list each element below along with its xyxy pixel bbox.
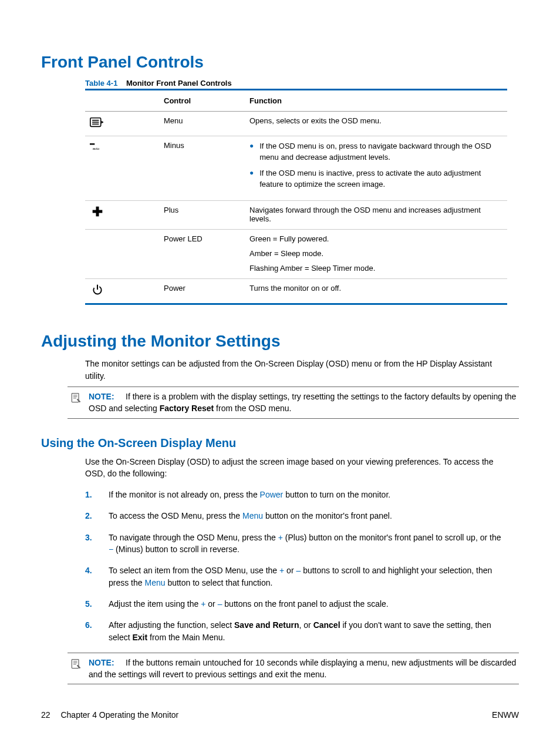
svg-rect-11 (72, 393, 79, 402)
table-row: Power LED Green = Fully powered. Amber =… (85, 230, 507, 279)
svg-rect-5 (90, 143, 95, 145)
note-text: from the OSD menu. (214, 404, 291, 413)
bullet-icon: ● (249, 141, 254, 163)
plus-icon (90, 210, 105, 219)
keyword-menu: Menu (242, 511, 263, 520)
bold-cancel: Cancel (313, 620, 340, 630)
table-row: Menu Opens, selects or exits the OSD men… (85, 112, 507, 136)
minus-auto-icon: auto (90, 146, 105, 154)
cell-function: Green = Fully powered. Amber = Sleep mod… (245, 230, 507, 279)
note-icon (70, 392, 82, 406)
cell-function: ● If the OSD menu is on, press to naviga… (245, 136, 507, 201)
note-icon (70, 658, 82, 673)
chapter-title: Chapter 4 Operating the Monitor (60, 710, 178, 720)
th-function: Function (245, 90, 507, 112)
list-item: After adjusting the function, select Sav… (85, 619, 507, 643)
list-item: If the monitor is not already on, press … (85, 489, 507, 500)
list-item: To select an item from the OSD Menu, use… (85, 564, 507, 589)
footer-right: ENWW (492, 710, 519, 720)
table-caption-prefix: Table 4-1 (85, 79, 117, 88)
svg-text:auto: auto (93, 147, 100, 150)
cell-function: Opens, selects or exits the OSD menu. (245, 112, 507, 136)
keyword-minus: − (109, 545, 113, 554)
menu-icon (90, 121, 105, 130)
table-row: Plus Navigates forward through the OSD m… (85, 201, 507, 230)
osd-steps: If the monitor is not already on, press … (85, 489, 519, 643)
power-icon (90, 288, 105, 297)
page-number: 22 (41, 710, 50, 720)
led-state: Flashing Amber = Sleep Timer mode. (249, 264, 502, 273)
table-caption-title: Monitor Front Panel Controls (126, 79, 232, 88)
controls-table: Control Function (85, 89, 507, 305)
bullet-icon: ● (249, 168, 254, 190)
cell-control-name: Plus (159, 201, 245, 230)
list-item: To access the OSD Menu, press the Menu b… (85, 510, 507, 522)
th-icon (85, 90, 159, 112)
led-state: Green = Fully powered. (249, 234, 502, 243)
cell-function: Navigates forward through the OSD menu a… (245, 201, 507, 230)
keyword-plus: + (278, 533, 283, 542)
th-control: Control (159, 90, 245, 112)
cell-control-name: Minus (159, 136, 245, 201)
heading-front-panel-controls: Front Panel Controls (41, 53, 519, 72)
note-bold: Factory Reset (160, 404, 214, 413)
keyword-power: Power (260, 490, 284, 499)
bullet-text: If the OSD menu is on, press to navigate… (259, 141, 502, 163)
table-row: auto Minus ● If the OSD menu is on, pres… (85, 136, 507, 201)
led-state: Amber = Sleep mode. (249, 249, 502, 258)
list-item: Adjust the item using the + or – buttons… (85, 598, 507, 610)
list-item: To navigate through the OSD Menu, press … (85, 532, 507, 556)
page-footer: 22 Chapter 4 Operating the Monitor ENWW (41, 710, 519, 720)
bold-save-return: Save and Return (234, 620, 299, 630)
note-label: NOTE: (89, 392, 114, 401)
note-label: NOTE: (89, 658, 114, 667)
heading-adjusting-settings: Adjusting the Monitor Settings (41, 332, 519, 351)
keyword-plus: + (279, 566, 284, 575)
keyword-menu: Menu (144, 578, 165, 587)
cell-control-name: Power (159, 279, 245, 304)
note-text: If there is a problem with the display s… (89, 392, 516, 413)
heading-using-osd: Using the On-Screen Display Menu (41, 436, 519, 450)
cell-function: Turns the monitor on or off. (245, 279, 507, 304)
table-caption: Table 4-1 Monitor Front Panel Controls (85, 79, 507, 88)
cell-control-name: Menu (159, 112, 245, 136)
svg-rect-15 (72, 659, 79, 668)
cell-control-name: Power LED (159, 230, 245, 279)
note-block: NOTE: If there is a problem with the dis… (68, 387, 519, 419)
osd-intro-paragraph: Use the On-Screen Display (OSD) to adjus… (85, 456, 507, 480)
svg-marker-4 (102, 121, 104, 124)
bullet-text: If the OSD menu is inactive, press to ac… (259, 168, 502, 190)
note-block: NOTE: If the buttons remain untouched fo… (68, 653, 519, 685)
svg-rect-8 (93, 210, 103, 213)
note-text: If the buttons remain untouched for 10 s… (89, 658, 516, 679)
intro-paragraph: The monitor settings can be adjusted fro… (85, 358, 507, 382)
table-row: Power Turns the monitor on or off. (85, 279, 507, 304)
bold-exit: Exit (132, 633, 147, 642)
